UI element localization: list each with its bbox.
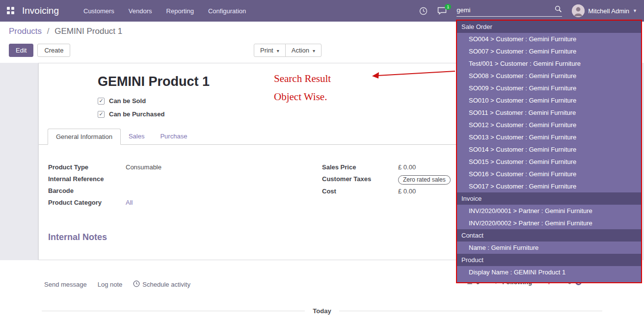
- product-category-link[interactable]: All: [126, 199, 133, 206]
- tab-purchase[interactable]: Purchase: [152, 129, 195, 145]
- search-result-item[interactable]: SO015 > Customer : Gemini Furniture: [457, 156, 641, 168]
- messages-count-badge: 1: [445, 4, 451, 10]
- menu-customers[interactable]: Customers: [83, 7, 114, 15]
- search-group-contact: Contact: [457, 229, 641, 242]
- chevron-down-icon: [277, 47, 279, 54]
- search-results-dropdown: Sale Order SO004 > Customer : Gemini Fur…: [456, 20, 642, 283]
- print-button[interactable]: Print: [254, 44, 286, 57]
- search-result-item[interactable]: SO011 > Customer : Gemini Furniture: [457, 107, 641, 119]
- tab-general-information[interactable]: General Information: [48, 129, 121, 145]
- field-internal-reference: Internal Reference: [48, 175, 322, 184]
- can-be-sold-checkbox[interactable]: [98, 98, 105, 105]
- search-result-item[interactable]: SO010 > Customer : Gemini Furniture: [457, 94, 641, 107]
- send-message-button[interactable]: Send message: [44, 281, 87, 288]
- edit-button[interactable]: Edit: [9, 44, 33, 57]
- search-input[interactable]: [456, 6, 555, 14]
- search-group-invoice: Invoice: [457, 192, 641, 205]
- user-menu[interactable]: Mitchell Admin ▼: [572, 4, 637, 17]
- can-be-sold-label: Can be Sold: [109, 97, 146, 105]
- tab-sales[interactable]: Sales: [121, 129, 153, 145]
- breadcrumb: Products / GEMINI Product 1: [9, 27, 122, 36]
- chevron-down-icon: ▼: [633, 8, 637, 13]
- search-result-item[interactable]: SO008 > Customer : Gemini Furniture: [457, 70, 641, 82]
- annotation-text: Search Result Object Wise.: [274, 70, 331, 106]
- search-result-item[interactable]: Display Name : GEMINI Product 1: [457, 266, 641, 278]
- breadcrumb-current: GEMINI Product 1: [54, 27, 122, 36]
- customer-taxes-tag[interactable]: Zero rated sales: [398, 175, 451, 185]
- search-group-sale-order: Sale Order: [457, 21, 641, 33]
- user-name: Mitchell Admin: [588, 7, 629, 15]
- navbar-menus: Customers Vendors Reporting Configuratio…: [83, 7, 246, 15]
- chevron-down-icon: [313, 47, 315, 54]
- log-note-button[interactable]: Log note: [98, 281, 123, 288]
- can-be-purchased-checkbox[interactable]: [98, 111, 105, 118]
- field-product-category: Product Category All: [48, 199, 322, 208]
- apps-grid-icon[interactable]: [7, 7, 15, 15]
- search-result-item[interactable]: SO007 > Customer : Gemini Furniture: [457, 45, 641, 57]
- menu-configuration[interactable]: Configuration: [208, 7, 246, 15]
- menu-vendors[interactable]: Vendors: [129, 7, 152, 15]
- app-name[interactable]: Invoicing: [22, 5, 59, 16]
- today-divider: Today: [42, 307, 602, 315]
- field-barcode: Barcode: [48, 187, 322, 196]
- user-avatar: [572, 4, 585, 17]
- search-result-item[interactable]: SO009 > Customer : Gemini Furniture: [457, 82, 641, 94]
- search-result-item[interactable]: Test/001 > Customer : Gemini Furniture: [457, 57, 641, 70]
- search-result-item[interactable]: SO014 > Customer : Gemini Furniture: [457, 143, 641, 156]
- create-button[interactable]: Create: [37, 44, 70, 57]
- search-result-item[interactable]: SO013 > Customer : Gemini Furniture: [457, 131, 641, 143]
- top-navbar: Invoicing Customers Vendors Reporting Co…: [0, 0, 644, 22]
- breadcrumb-products[interactable]: Products: [9, 27, 42, 36]
- menu-reporting[interactable]: Reporting: [166, 7, 194, 15]
- search-result-item[interactable]: Name : Gemini Furniture: [457, 242, 641, 254]
- breadcrumb-separator: /: [47, 27, 50, 36]
- search-result-item[interactable]: INV/2020/0002 > Partner : Gemini Furnitu…: [457, 217, 641, 229]
- search-result-item[interactable]: SO016 > Customer : Gemini Furniture: [457, 168, 641, 180]
- action-button[interactable]: Action: [285, 44, 322, 57]
- search-result-item[interactable]: SO017 > Customer : Gemini Furniture: [457, 180, 641, 192]
- schedule-activity-button[interactable]: Schedule activity: [133, 280, 190, 289]
- search-result-item[interactable]: SO012 > Customer : Gemini Furniture: [457, 119, 641, 131]
- navbar-search: [456, 5, 562, 17]
- annotation-arrow: [371, 67, 458, 81]
- can-be-purchased-label: Can be Purchased: [109, 110, 164, 118]
- schedule-clock-icon: [133, 280, 140, 289]
- search-result-item[interactable]: INV/2020/0001 > Partner : Gemini Furnitu…: [457, 205, 641, 217]
- activities-clock-icon[interactable]: [419, 7, 428, 15]
- search-result-item[interactable]: SO004 > Customer : Gemini Furniture: [457, 33, 641, 45]
- search-icon[interactable]: [555, 5, 562, 15]
- search-group-product: Product: [457, 254, 641, 266]
- action-button-group: Print Action: [254, 44, 322, 57]
- field-product-type: Product Type Consumable: [48, 163, 322, 172]
- messages-chat-icon[interactable]: 1: [437, 7, 447, 15]
